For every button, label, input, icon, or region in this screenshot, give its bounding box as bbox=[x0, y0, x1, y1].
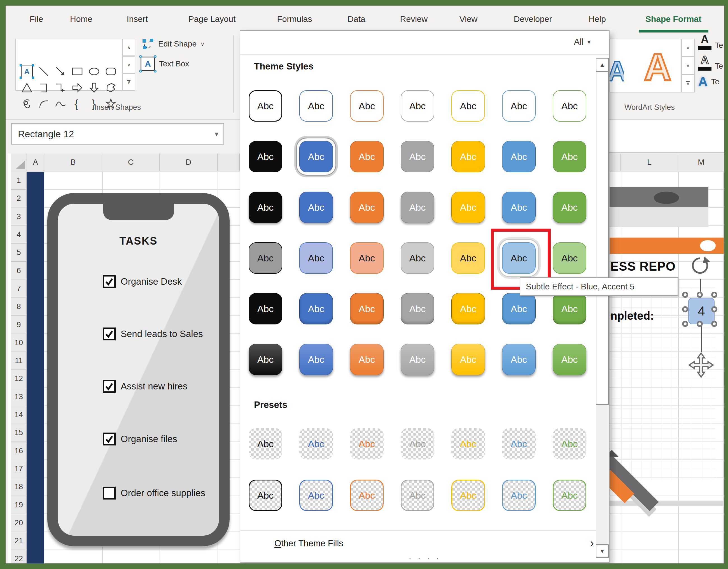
theme-style-swatch-r2c3[interactable]: Abc bbox=[350, 141, 384, 172]
theme-style-swatch-r6c7[interactable]: Abc bbox=[553, 344, 586, 375]
scroll-up-button[interactable]: ▲ bbox=[596, 58, 609, 71]
column-a-fill[interactable] bbox=[27, 172, 44, 563]
column-header-C[interactable]: C bbox=[102, 153, 160, 171]
column-header-L[interactable]: L bbox=[621, 153, 678, 171]
theme-style-swatch-r5c4[interactable]: Abc bbox=[401, 293, 434, 325]
curve-shape-icon[interactable] bbox=[52, 96, 69, 112]
text-fill-button[interactable]: A Te bbox=[698, 34, 723, 50]
preset-swatch-r2c4[interactable]: Abc bbox=[401, 480, 434, 511]
tab-page-layout[interactable]: Page Layout bbox=[188, 6, 235, 32]
column-header-A[interactable]: A bbox=[27, 153, 44, 171]
oval-shape-icon[interactable] bbox=[86, 63, 102, 80]
theme-style-swatch-r3c6[interactable]: Abc bbox=[502, 192, 536, 223]
row-header-3[interactable]: 3 bbox=[11, 208, 27, 226]
gallery-filter-dropdown[interactable]: All ▾ bbox=[574, 37, 591, 47]
dropdown-arrow-icon[interactable]: ▾ bbox=[215, 130, 218, 138]
preset-swatch-r2c3[interactable]: Abc bbox=[350, 480, 384, 511]
row-header-2[interactable]: 2 bbox=[11, 190, 27, 207]
row-header-5[interactable]: 5 bbox=[11, 244, 27, 262]
row-header-6[interactable]: 6 bbox=[11, 262, 27, 280]
row-header-9[interactable]: 9 bbox=[11, 316, 27, 334]
other-theme-fills-item[interactable]: Other Theme Fills bbox=[274, 538, 343, 549]
gallery-scrollbar[interactable]: ▲ ▼ bbox=[596, 58, 609, 558]
text-outline-button[interactable]: A Te bbox=[698, 54, 723, 71]
wordart-style-orange-icon[interactable]: A bbox=[641, 44, 680, 88]
phone-shape[interactable]: TASKS Organise Desk Send leads to Sales … bbox=[47, 193, 230, 546]
theme-style-swatch-r2c2[interactable]: Abc bbox=[299, 141, 333, 172]
tab-home[interactable]: Home bbox=[70, 6, 92, 32]
row-header-12[interactable]: 12 bbox=[11, 370, 27, 388]
selection-handle[interactable] bbox=[697, 292, 703, 298]
row-header-7[interactable]: 7 bbox=[11, 280, 27, 298]
theme-style-swatch-r4c1[interactable]: Abc bbox=[249, 242, 282, 274]
theme-style-swatch-r5c2[interactable]: Abc bbox=[299, 293, 333, 325]
scribble-shape-icon[interactable] bbox=[18, 96, 35, 112]
line-shape-icon[interactable] bbox=[35, 63, 52, 80]
wordart-scroll-up-button[interactable]: ∧ bbox=[681, 39, 695, 57]
theme-style-swatch-r4c3[interactable]: Abc bbox=[350, 242, 384, 274]
row-header-21[interactable]: 21 bbox=[11, 532, 27, 550]
row-header-15[interactable]: 15 bbox=[11, 424, 27, 442]
tab-shape-format[interactable]: Shape Format bbox=[645, 6, 701, 32]
preset-swatch-r1c6[interactable]: Abc bbox=[502, 428, 536, 460]
theme-style-swatch-r6c1[interactable]: Abc bbox=[249, 344, 282, 375]
selection-handle[interactable] bbox=[682, 321, 688, 327]
tab-review[interactable]: Review bbox=[400, 6, 428, 32]
theme-style-swatch-r1c4[interactable]: Abc bbox=[401, 90, 434, 122]
selection-handle[interactable] bbox=[711, 321, 717, 327]
checked-checkbox-icon[interactable] bbox=[103, 380, 116, 393]
theme-style-swatch-r3c2[interactable]: Abc bbox=[299, 192, 333, 223]
theme-style-swatch-r1c1[interactable]: Abc bbox=[249, 90, 282, 122]
tab-help[interactable]: Help bbox=[589, 6, 606, 32]
rectangle-shape-icon[interactable] bbox=[69, 63, 86, 80]
theme-style-swatch-r6c3[interactable]: Abc bbox=[350, 344, 384, 375]
rotate-handle-icon[interactable] bbox=[686, 254, 714, 280]
preset-swatch-r1c4[interactable]: Abc bbox=[401, 428, 434, 460]
theme-style-swatch-r3c3[interactable]: Abc bbox=[350, 192, 384, 223]
text-box-shape-icon[interactable]: A bbox=[18, 63, 35, 80]
selection-handle[interactable] bbox=[697, 321, 703, 327]
selection-handle[interactable] bbox=[711, 306, 717, 313]
theme-style-swatch-r5c5[interactable]: Abc bbox=[451, 293, 485, 325]
preset-swatch-r2c7[interactable]: Abc bbox=[553, 480, 586, 511]
preset-swatch-r2c2[interactable]: Abc bbox=[299, 480, 333, 511]
preset-swatch-r1c7[interactable]: Abc bbox=[553, 428, 586, 460]
tab-data[interactable]: Data bbox=[347, 6, 365, 32]
theme-style-swatch-r4c5[interactable]: Abc bbox=[451, 242, 485, 274]
arc-shape-icon[interactable] bbox=[35, 96, 52, 112]
tab-insert[interactable]: Insert bbox=[127, 6, 148, 32]
elbow-connector-shape-icon[interactable] bbox=[35, 80, 52, 96]
left-brace-shape-icon[interactable]: { bbox=[69, 96, 86, 112]
theme-style-swatch-r3c4[interactable]: Abc bbox=[401, 192, 434, 223]
theme-style-swatch-r4c7[interactable]: Abc bbox=[553, 242, 586, 274]
tab-developer[interactable]: Developer bbox=[514, 6, 552, 32]
theme-style-swatch-r6c6[interactable]: Abc bbox=[502, 344, 536, 375]
rounded-rectangle-shape-icon[interactable] bbox=[102, 63, 119, 80]
tab-formulas[interactable]: Formulas bbox=[277, 6, 312, 32]
preset-swatch-r1c3[interactable]: Abc bbox=[350, 428, 384, 460]
text-box-button[interactable]: A Text Box bbox=[141, 57, 189, 71]
column-header-partial[interactable] bbox=[218, 153, 240, 171]
picture-gray-bar[interactable] bbox=[610, 187, 708, 207]
shapes-more-button[interactable]: ∨ bbox=[122, 73, 135, 91]
row-header-20[interactable]: 20 bbox=[11, 514, 27, 532]
selection-handle[interactable] bbox=[682, 306, 688, 313]
theme-style-swatch-r5c6[interactable]: Abc bbox=[502, 293, 536, 325]
preset-swatch-r2c1[interactable]: Abc bbox=[249, 480, 282, 511]
theme-style-swatch-r1c7[interactable]: Abc bbox=[553, 90, 586, 122]
shapes-scroll-up-button[interactable]: ∧ bbox=[122, 39, 135, 56]
theme-style-swatch-r6c2[interactable]: Abc bbox=[299, 344, 333, 375]
name-box[interactable]: Rectangle 12 ▾ bbox=[11, 123, 224, 144]
tab-file[interactable]: File bbox=[30, 6, 43, 32]
row-header-4[interactable]: 4 bbox=[11, 226, 27, 244]
theme-style-swatch-r2c1[interactable]: Abc bbox=[249, 141, 282, 172]
theme-style-swatch-r1c3[interactable]: Abc bbox=[350, 90, 384, 122]
selection-handle[interactable] bbox=[682, 292, 688, 298]
triangle-shape-icon[interactable] bbox=[18, 80, 35, 96]
shapes-scroll-down-button[interactable]: ∨ bbox=[122, 56, 135, 73]
row-header-13[interactable]: 13 bbox=[11, 388, 27, 406]
select-all-corner[interactable] bbox=[11, 153, 27, 171]
row-header-19[interactable]: 19 bbox=[11, 496, 27, 514]
row-header-8[interactable]: 8 bbox=[11, 298, 27, 316]
checked-checkbox-icon[interactable] bbox=[103, 275, 116, 288]
